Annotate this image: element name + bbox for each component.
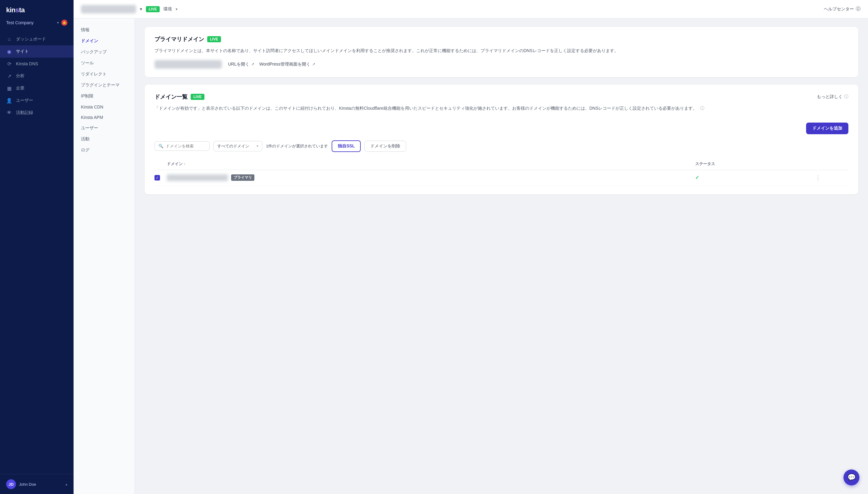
sidebar-item-company[interactable]: ▦ 企業	[0, 82, 74, 94]
domain-list-live-badge: LIVE	[191, 94, 204, 100]
domain-actions: URLを開く ↗ WordPress管理画面を開く ↗	[228, 62, 315, 67]
left-nav-item-domain[interactable]: ドメイン	[74, 36, 135, 46]
primary-domain-card-title: プライマリドメイン LIVE	[154, 36, 848, 43]
left-nav-item-plugins-themes[interactable]: プラグインとテーマ	[74, 80, 135, 91]
network-icon: ⟳	[6, 61, 12, 67]
eye-icon: 👁	[6, 110, 12, 116]
status-check-icon: ✓	[695, 175, 699, 180]
table-header-status: ステータス	[695, 158, 815, 170]
company-selector[interactable]: Test Company ▾ 🔔	[0, 17, 74, 31]
domain-filter-row: 🔍 すべてのドメイン ▾ 1件のドメインが選択されています 独自SSL ドメイン…	[154, 140, 848, 152]
checkbox-check-icon: ✓	[156, 176, 159, 180]
sidebar-item-label: 活動記録	[16, 110, 33, 116]
left-nav-item-info[interactable]: 情報	[74, 24, 135, 36]
chart-icon: ↗	[6, 73, 12, 79]
help-circle-icon: ⓪	[856, 6, 861, 12]
primary-domain-badge: プライマリ	[231, 174, 254, 181]
sidebar-item-label: Kinsta DNS	[16, 61, 38, 66]
user-profile[interactable]: JD John Doe ▴	[0, 474, 74, 494]
row-checkbox[interactable]: ✓	[154, 175, 160, 180]
left-nav-item-users[interactable]: ユーザー	[74, 122, 135, 134]
selected-domain-count: 1件のドメインが選択されています	[266, 144, 328, 149]
sidebar-nav: ⌂ ダッシュボード ◉ サイト ⟳ Kinsta DNS ↗ 分析 ▦ 企業 👤…	[0, 31, 74, 474]
left-nav-item-activity[interactable]: 活動	[74, 134, 135, 145]
site-selector-chevron-icon[interactable]: ▾	[140, 6, 142, 12]
open-url-link[interactable]: URLを開く ↗	[228, 62, 254, 67]
live-badge: LIVE	[146, 6, 160, 12]
avatar: JD	[6, 479, 16, 489]
primary-domain-title-text: プライマリドメイン	[154, 36, 204, 43]
chat-button[interactable]: 💬	[844, 470, 860, 486]
table-header-domain: ドメイン ↑	[167, 158, 695, 170]
more-menu-icon[interactable]: ⋮	[815, 175, 821, 181]
left-nav-item-log[interactable]: ログ	[74, 145, 135, 156]
more-details-link[interactable]: もっと詳しく ⓘ	[817, 94, 848, 100]
help-center-label: ヘルプセンター	[824, 6, 854, 12]
domain-search-input[interactable]	[166, 144, 206, 148]
help-center-link[interactable]: ヘルプセンター ⓪	[824, 6, 861, 12]
primary-domain-card: プライマリドメイン LIVE プライマリドメインとは、本サイトの名称であり、サイ…	[145, 27, 858, 77]
filter-select-label: すべてのドメイン	[217, 144, 254, 149]
globe-icon: ◉	[6, 49, 12, 55]
more-details-label: もっと詳しく	[817, 94, 843, 100]
sidebar-item-sites[interactable]: ◉ サイト	[0, 45, 74, 58]
sidebar-item-label: 分析	[16, 73, 24, 79]
table-header-checkbox-col	[154, 158, 167, 170]
company-chevron-icon: ▾	[57, 21, 59, 25]
domain-status-cell: ✓	[695, 170, 815, 185]
kinsta-logo: kinsta	[6, 6, 25, 14]
delete-domain-button[interactable]: ドメインを削除	[364, 141, 406, 152]
domain-list-card-header: ドメイン一覧 LIVE もっと詳しく ⓘ	[154, 93, 848, 100]
primary-domain-name-blurred	[154, 60, 222, 69]
sidebar-item-label: ユーザー	[16, 98, 33, 103]
domain-search-wrap[interactable]: 🔍	[154, 141, 210, 151]
sidebar: kinsta Test Company ▾ 🔔 ⌂ ダッシュボード ◉ サイト …	[0, 0, 74, 494]
filter-chevron-icon: ▾	[257, 144, 258, 148]
open-wp-label: WordPress管理画面を開く	[259, 62, 310, 67]
domain-table: ドメイン ↑ ステータス	[154, 158, 848, 186]
domain-more-cell[interactable]: ⋮	[815, 170, 849, 185]
left-nav: 情報 ドメイン バックアップ ツール リダイレクト プラグインとテーマ IP制限…	[74, 18, 135, 494]
environment-chevron-icon[interactable]: ▾	[176, 7, 177, 11]
sidebar-item-users[interactable]: 👤 ユーザー	[0, 94, 74, 107]
domain-filter-select[interactable]: すべてのドメイン ▾	[213, 141, 262, 151]
main-area: ▾ LIVE 環境 ▾ ヘルプセンター ⓪ 情報 ドメイン バックアップ ツール	[74, 0, 868, 494]
sidebar-item-label: サイト	[16, 49, 29, 54]
external-link-icon: ↗	[251, 62, 254, 66]
description-info-icon[interactable]: ⓘ	[700, 106, 704, 111]
chat-icon: 💬	[847, 473, 856, 481]
sidebar-item-label: 企業	[16, 86, 24, 91]
domain-list-title-text: ドメイン一覧	[154, 93, 188, 100]
user-name: John Doe	[19, 482, 62, 487]
primary-domain-description: プライマリドメインとは、本サイトの名称であり、サイト訪問者にアクセスしてほしいメ…	[154, 47, 848, 55]
info-circle-icon: ⓘ	[844, 94, 848, 100]
notification-bell-icon[interactable]: 🔔	[61, 20, 68, 26]
left-nav-item-tools[interactable]: ツール	[74, 58, 135, 69]
sidebar-item-kinsta-dns[interactable]: ⟳ Kinsta DNS	[0, 58, 74, 70]
sidebar-item-activity[interactable]: 👁 活動記録	[0, 107, 74, 119]
user-group-icon: 👤	[6, 97, 12, 103]
environment-label: 環境	[163, 6, 172, 12]
left-nav-item-kinsta-cdn[interactable]: Kinsta CDN	[74, 102, 135, 112]
building-icon: ▦	[6, 85, 12, 91]
left-nav-item-ip-restriction[interactable]: IP制限	[74, 91, 135, 102]
domain-name-cell: プライマリ	[167, 170, 695, 185]
company-name: Test Company	[6, 20, 55, 25]
primary-domain-row: URLを開く ↗ WordPress管理画面を開く ↗	[154, 60, 848, 69]
external-link-icon: ↗	[312, 62, 315, 66]
open-wp-admin-link[interactable]: WordPress管理画面を開く ↗	[259, 62, 315, 67]
sort-arrow-icon[interactable]: ↑	[184, 162, 186, 166]
left-nav-item-backup[interactable]: バックアップ	[74, 46, 135, 58]
left-nav-item-kinsta-apm[interactable]: Kinsta APM	[74, 112, 135, 122]
home-icon: ⌂	[6, 36, 12, 42]
domain-list-header-left: ドメイン一覧 LIVE	[154, 93, 204, 100]
domain-list-description: 「ドメインが有効です」と表示されている以下のドメインは、このサイトに紐付けられて…	[154, 105, 848, 112]
custom-ssl-button[interactable]: 独自SSL	[332, 140, 361, 152]
row-checkbox-cell[interactable]: ✓	[154, 170, 167, 185]
sidebar-item-dashboard[interactable]: ⌂ ダッシュボード	[0, 33, 74, 45]
site-name-blurred	[81, 5, 136, 14]
table-row: ✓ プライマリ ✓	[154, 170, 848, 185]
add-domain-button[interactable]: ドメインを追加	[806, 122, 848, 134]
left-nav-item-redirect[interactable]: リダイレクト	[74, 69, 135, 80]
sidebar-item-analytics[interactable]: ↗ 分析	[0, 70, 74, 82]
